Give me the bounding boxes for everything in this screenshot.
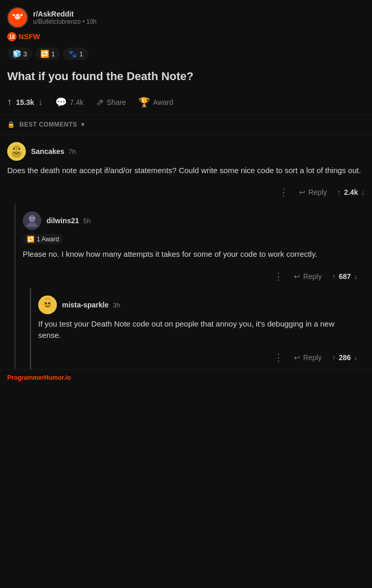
comment-username-sancakes[interactable]: Sancakes (31, 147, 65, 156)
award-emoji-3: 🐾 (68, 50, 77, 58)
avatar-dilwins (23, 211, 41, 230)
svg-point-12 (13, 145, 20, 149)
upvote-group-sancakes: ↑ 2.4k ↓ (337, 188, 365, 196)
award-pill-dilwins: 🔁 1 Award (23, 234, 63, 244)
award-count-1: 3 (23, 50, 27, 58)
comment-count: 7.4k (70, 98, 83, 106)
comment-sancakes: Sancakes 7h Does the death note accept i… (0, 135, 372, 370)
avatar-mista (38, 296, 57, 314)
comment-header-dilwins: dilwins21 5h (23, 211, 358, 230)
footer-watermark: ProgrammerHumor.io (0, 370, 372, 385)
post-username: u/Bulletclubrenzo (33, 18, 81, 25)
reply-button-dilwins[interactable]: ↩ Reply (294, 272, 322, 281)
comment-user-info-dilwins: dilwins21 5h (47, 216, 90, 225)
more-options-icon-mista[interactable]: ⋮ (274, 352, 284, 363)
reply-button-mista[interactable]: ↩ Reply (294, 353, 322, 362)
award-pill-1: 🧊 3 (7, 48, 32, 60)
reply-icon-dilwins: ↩ (294, 272, 300, 281)
upvote-icon-dilwins[interactable]: ↑ (332, 272, 336, 281)
award-emoji-1: 🧊 (12, 50, 21, 58)
post-subreddit[interactable]: r/AskReddit (33, 10, 97, 18)
reply-icon: ↩ (299, 188, 305, 196)
award-count-2: 1 (51, 50, 55, 58)
comment-icon: 💬 (55, 97, 67, 108)
award-emoji-2: 🔁 (40, 50, 49, 58)
comment-user-info-sancakes: Sancakes 7h (31, 147, 76, 156)
more-options-icon[interactable]: ⋮ (279, 187, 289, 198)
svg-point-20 (45, 302, 47, 304)
post-actions: ↑ 15.3k ↓ 💬 7.4k ⇗ Share 🏆 Award (0, 92, 372, 115)
upvote-icon-sancakes[interactable]: ↑ (337, 188, 341, 196)
comment-time-dilwins: 5h (83, 217, 90, 225)
comment-header-mista: mista-sparkle 3h (38, 296, 358, 314)
downvote-icon-dilwins[interactable]: ↓ (354, 272, 358, 281)
comment-body-dilwins: Please no. I know how many attempts it t… (23, 249, 358, 260)
svg-point-4 (12, 14, 14, 16)
comment-actions-sancakes: ⋮ ↩ Reply ↑ 2.4k ↓ (7, 182, 365, 204)
chevron-down-icon: ▾ (81, 121, 85, 128)
share-button[interactable]: ⇗ Share (96, 97, 126, 108)
comment-actions-mista: ⋮ ↩ Reply ↑ 286 ↓ (38, 348, 358, 369)
downvote-icon[interactable]: ↓ (38, 97, 43, 107)
post-header: r/AskReddit u/Bulletclubrenzo • 10h (0, 0, 372, 32)
upvote-group-mista: ↑ 286 ↓ (332, 353, 358, 362)
post-title: What if you found the Death Note? (0, 65, 372, 92)
comment-header-sancakes: Sancakes 7h (7, 142, 365, 161)
award-text-dilwins: 1 Award (37, 236, 59, 243)
upvote-icon[interactable]: ↑ (7, 97, 12, 107)
best-comments-header[interactable]: 🔒 BEST COMMENTS ▾ (0, 115, 372, 135)
reply-button-sancakes[interactable]: ↩ Reply (299, 188, 327, 196)
vote-group: ↑ 15.3k ↓ (7, 97, 43, 107)
award-pill-2: 🔁 1 (35, 48, 60, 60)
post-user-time: u/Bulletclubrenzo • 10h (33, 18, 97, 25)
vote-count-mista: 286 (339, 353, 351, 362)
nsfw-icon: 18 (7, 32, 17, 41)
svg-point-5 (21, 14, 23, 16)
comment-time-sancakes: 7h (69, 148, 76, 156)
comment-username-dilwins[interactable]: dilwins21 (47, 216, 79, 225)
upvote-icon-mista[interactable]: ↑ (332, 353, 336, 362)
vote-count-sancakes: 2.4k (344, 188, 358, 196)
best-comments-label: BEST COMMENTS (20, 121, 78, 128)
more-options-icon-dilwins[interactable]: ⋮ (274, 271, 284, 282)
post-avatar (7, 7, 28, 28)
lock-icon: 🔒 (7, 121, 16, 128)
comment-username-mista[interactable]: mista-sparkle (62, 301, 109, 309)
svg-point-15 (30, 218, 32, 219)
comment-actions-dilwins: ⋮ ↩ Reply ↑ 687 ↓ (23, 267, 358, 288)
svg-point-16 (33, 218, 35, 219)
share-icon: ⇗ (96, 97, 104, 108)
comment-time-mista: 3h (113, 301, 120, 309)
svg-point-3 (18, 16, 20, 17)
comment-user-info-mista: mista-sparkle 3h (62, 301, 120, 309)
share-label: Share (107, 98, 126, 106)
avatar-sancakes (7, 142, 26, 161)
nsfw-section: 18 NSFW (0, 32, 372, 45)
comment-body-mista: If you test your Death Note code out on … (38, 318, 358, 342)
svg-point-2 (16, 16, 17, 17)
award-label: Award (153, 98, 173, 106)
reply-label-mista: Reply (303, 353, 322, 362)
upvote-count: 15.3k (16, 98, 34, 106)
post-meta: r/AskReddit u/Bulletclubrenzo • 10h (33, 10, 97, 25)
reply-label-sancakes: Reply (308, 188, 327, 196)
post-time: 10h (86, 18, 97, 25)
downvote-icon-sancakes[interactable]: ↓ (361, 188, 365, 196)
award-pill-3: 🐾 1 (63, 48, 88, 60)
upvote-group-dilwins: ↑ 687 ↓ (332, 272, 358, 281)
comment-dilwins: dilwins21 5h 🔁 1 Award Please no. I know… (23, 204, 365, 369)
award-button[interactable]: 🏆 Award (138, 97, 173, 108)
svg-point-21 (48, 302, 50, 304)
award-icon: 🏆 (138, 97, 150, 108)
comment-mista: mista-sparkle 3h If you test your Death … (38, 288, 358, 369)
reply-label-dilwins: Reply (303, 272, 322, 281)
comments-button[interactable]: 💬 7.4k (55, 97, 83, 108)
nested-nested-mista: mista-sparkle 3h If you test your Death … (30, 288, 358, 369)
nsfw-label: NSFW (19, 33, 40, 41)
svg-point-14 (28, 215, 36, 222)
downvote-icon-mista[interactable]: ↓ (354, 353, 358, 362)
vote-count-dilwins: 687 (339, 272, 351, 281)
nested-comments-sancakes: dilwins21 5h 🔁 1 Award Please no. I know… (14, 204, 365, 369)
reply-icon-mista: ↩ (294, 353, 300, 362)
award-count-3: 1 (79, 50, 83, 58)
